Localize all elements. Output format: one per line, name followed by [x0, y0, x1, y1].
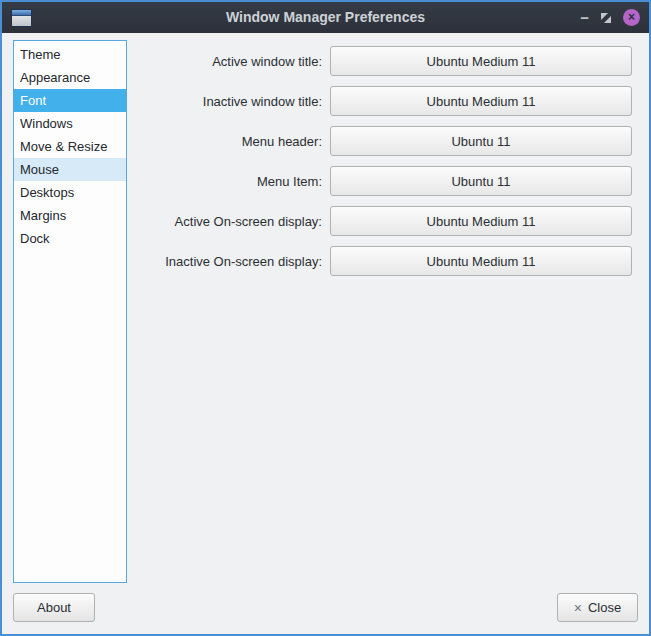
- inactive-osd-font-button[interactable]: Ubuntu Medium 11: [330, 246, 632, 276]
- menu-item-font-button[interactable]: Ubuntu 11: [330, 166, 632, 196]
- window-title: Window Manager Preferences: [2, 2, 649, 33]
- font-settings-form: Active window title: Ubuntu Medium 11 In…: [130, 46, 632, 286]
- sidebar-item-mouse[interactable]: Mouse: [14, 158, 126, 181]
- active-window-title-label: Active window title:: [130, 54, 322, 69]
- about-button[interactable]: About: [13, 593, 95, 622]
- close-window-icon[interactable]: ×: [623, 9, 640, 26]
- close-button-x-icon: ×: [574, 600, 582, 616]
- about-button-label: About: [37, 600, 71, 615]
- sidebar-item-margins[interactable]: Margins: [14, 204, 126, 227]
- sidebar-item-font[interactable]: Font: [14, 89, 126, 112]
- close-button[interactable]: × Close: [557, 593, 638, 622]
- inactive-window-title-font-button[interactable]: Ubuntu Medium 11: [330, 86, 632, 116]
- form-row-inactive-window-title: Inactive window title: Ubuntu Medium 11: [130, 86, 632, 116]
- active-window-title-font-button[interactable]: Ubuntu Medium 11: [330, 46, 632, 76]
- active-osd-font-button[interactable]: Ubuntu Medium 11: [330, 206, 632, 236]
- sidebar-item-move-resize[interactable]: Move & Resize: [14, 135, 126, 158]
- inactive-window-title-label: Inactive window title:: [130, 94, 322, 109]
- minimize-icon[interactable]: −: [580, 2, 589, 33]
- titlebar-controls: − ×: [580, 2, 640, 33]
- sidebar-item-dock[interactable]: Dock: [14, 227, 126, 250]
- form-row-menu-item: Menu Item: Ubuntu 11: [130, 166, 632, 196]
- sidebar-item-windows[interactable]: Windows: [14, 112, 126, 135]
- menu-header-font-button[interactable]: Ubuntu 11: [330, 126, 632, 156]
- form-row-inactive-osd: Inactive On-screen display: Ubuntu Mediu…: [130, 246, 632, 276]
- maximize-icon[interactable]: [600, 12, 612, 24]
- titlebar: Window Manager Preferences − ×: [2, 2, 649, 33]
- sidebar-item-desktops[interactable]: Desktops: [14, 181, 126, 204]
- sidebar-item-theme[interactable]: Theme: [14, 43, 126, 66]
- form-row-active-osd: Active On-screen display: Ubuntu Medium …: [130, 206, 632, 236]
- window-manager-preferences-dialog: Window Manager Preferences − × Theme App…: [0, 0, 651, 636]
- menu-header-label: Menu header:: [130, 134, 322, 149]
- sidebar-item-appearance[interactable]: Appearance: [14, 66, 126, 89]
- menu-item-label: Menu Item:: [130, 174, 322, 189]
- inactive-osd-label: Inactive On-screen display:: [130, 254, 322, 269]
- form-row-menu-header: Menu header: Ubuntu 11: [130, 126, 632, 156]
- active-osd-label: Active On-screen display:: [130, 214, 322, 229]
- category-list: Theme Appearance Font Windows Move & Res…: [13, 40, 127, 583]
- form-row-active-window-title: Active window title: Ubuntu Medium 11: [130, 46, 632, 76]
- close-button-label: Close: [588, 600, 621, 615]
